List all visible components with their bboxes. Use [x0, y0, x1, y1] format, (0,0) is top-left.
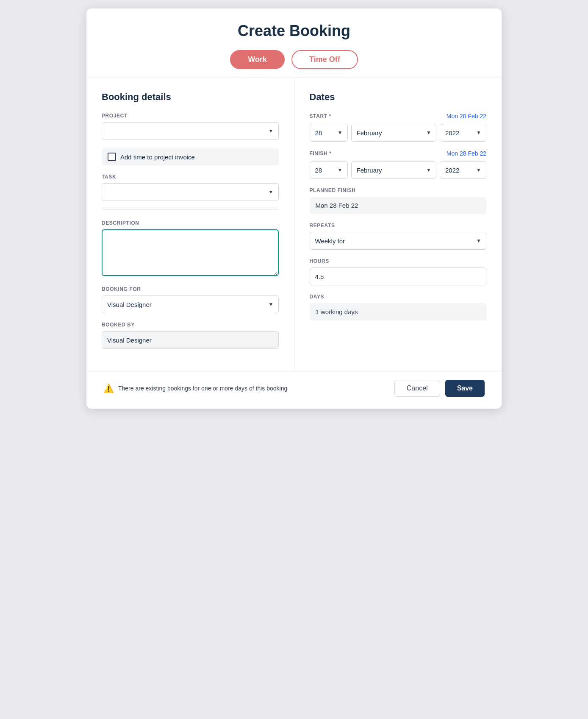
modal-header: Create Booking Work Time Off	[86, 8, 502, 78]
start-year-select[interactable]: 20202021 2022 20232024	[440, 124, 486, 142]
description-label: DESCRIPTION	[102, 220, 279, 226]
start-year-wrapper: 20202021 2022 20232024 ▼	[440, 124, 486, 142]
start-day-wrapper: 28 12345 678910 ▼	[310, 124, 348, 142]
finish-day-wrapper: 28 12345 ▼	[310, 161, 348, 179]
task-field-group: TASK ▼	[102, 174, 279, 201]
warning-row: ⚠️ There are existing bookings for one o…	[103, 383, 287, 393]
dates-title: Dates	[310, 92, 487, 103]
project-select[interactable]	[102, 122, 279, 140]
task-select[interactable]	[102, 183, 279, 201]
start-month-wrapper: January February MarchAprilMayJune JulyA…	[351, 124, 437, 142]
task-select-wrapper: ▼	[102, 183, 279, 201]
repeats-select[interactable]: Does not repeat Daily for Weekly for Mon…	[310, 232, 487, 250]
save-button[interactable]: Save	[445, 380, 485, 397]
planned-finish-label: PLANNED FINISH	[310, 187, 487, 193]
invoice-checkbox-label: Add time to project invoice	[120, 153, 195, 161]
footer-buttons: Cancel Save	[394, 380, 485, 397]
start-label: START *	[310, 113, 331, 119]
finish-year-select[interactable]: 20202021 2022 20232024	[440, 161, 486, 179]
start-month-select[interactable]: January February MarchAprilMayJune JulyA…	[351, 124, 437, 142]
invoice-checkbox[interactable]	[108, 153, 116, 161]
start-day-select[interactable]: 28 12345 678910	[310, 124, 348, 142]
finish-date-selects: 28 12345 ▼ January February MarchAprilMa…	[310, 161, 487, 179]
booked-by-label: BOOKED BY	[102, 322, 279, 328]
tab-row: Work Time Off	[103, 40, 485, 69]
finish-day-select[interactable]: 28 12345	[310, 161, 348, 179]
warning-text: There are existing bookings for one or m…	[118, 385, 287, 392]
start-date-selects: 28 12345 678910 ▼ January February March…	[310, 124, 487, 142]
create-booking-modal: Create Booking Work Time Off Booking det…	[86, 8, 502, 409]
finish-year-wrapper: 20202021 2022 20232024 ▼	[440, 161, 486, 179]
start-date-row: START * Mon 28 Feb 22	[310, 113, 487, 120]
invoice-checkbox-row[interactable]: Add time to project invoice	[102, 148, 279, 165]
left-panel: Booking details PROJECT ▼ Add time to pr…	[86, 78, 294, 371]
hours-input[interactable]	[310, 268, 487, 285]
right-panel: Dates START * Mon 28 Feb 22 28 12345 678…	[294, 78, 502, 371]
booking-for-select-wrapper: Visual Designer ▼	[102, 295, 279, 313]
hours-field-group: HOURS	[310, 258, 487, 285]
tab-work[interactable]: Work	[230, 50, 285, 69]
finish-label: FINISH *	[310, 150, 332, 156]
planned-finish-value: Mon 28 Feb 22	[310, 197, 487, 214]
project-select-wrapper: ▼	[102, 122, 279, 140]
tab-time-off[interactable]: Time Off	[291, 50, 358, 69]
cancel-button[interactable]: Cancel	[394, 380, 440, 397]
booking-for-select[interactable]: Visual Designer	[102, 295, 279, 313]
finish-date-link[interactable]: Mon 28 Feb 22	[447, 150, 486, 157]
finish-month-select[interactable]: January February MarchAprilMayJune JulyA…	[351, 161, 437, 179]
planned-finish-field-group: PLANNED FINISH Mon 28 Feb 22	[310, 187, 487, 214]
repeats-label: REPEATS	[310, 223, 487, 229]
booking-for-field-group: BOOKING FOR Visual Designer ▼	[102, 286, 279, 313]
repeats-select-wrapper: Does not repeat Daily for Weekly for Mon…	[310, 232, 487, 250]
repeats-field-group: REPEATS Does not repeat Daily for Weekly…	[310, 223, 487, 250]
modal-footer: ⚠️ There are existing bookings for one o…	[86, 371, 502, 409]
left-divider	[102, 209, 279, 210]
booked-by-field-group: BOOKED BY	[102, 322, 279, 349]
task-label: TASK	[102, 174, 279, 180]
booking-details-title: Booking details	[102, 92, 279, 103]
warning-icon: ⚠️	[103, 383, 114, 393]
start-date-link[interactable]: Mon 28 Feb 22	[447, 113, 486, 120]
project-label: PROJECT	[102, 113, 279, 119]
days-label: DAYS	[310, 294, 487, 300]
days-field-group: DAYS 1 working days	[310, 294, 487, 320]
modal-body: Booking details PROJECT ▼ Add time to pr…	[86, 78, 502, 371]
finish-date-row: FINISH * Mon 28 Feb 22	[310, 150, 487, 157]
days-value: 1 working days	[310, 303, 487, 320]
modal-title: Create Booking	[103, 22, 485, 40]
booked-by-input[interactable]	[102, 331, 279, 349]
hours-label: HOURS	[310, 258, 487, 264]
project-field-group: PROJECT ▼	[102, 113, 279, 140]
finish-month-wrapper: January February MarchAprilMayJune JulyA…	[351, 161, 437, 179]
booking-for-label: BOOKING FOR	[102, 286, 279, 292]
description-field-group: DESCRIPTION	[102, 220, 279, 278]
description-textarea[interactable]	[102, 229, 279, 276]
